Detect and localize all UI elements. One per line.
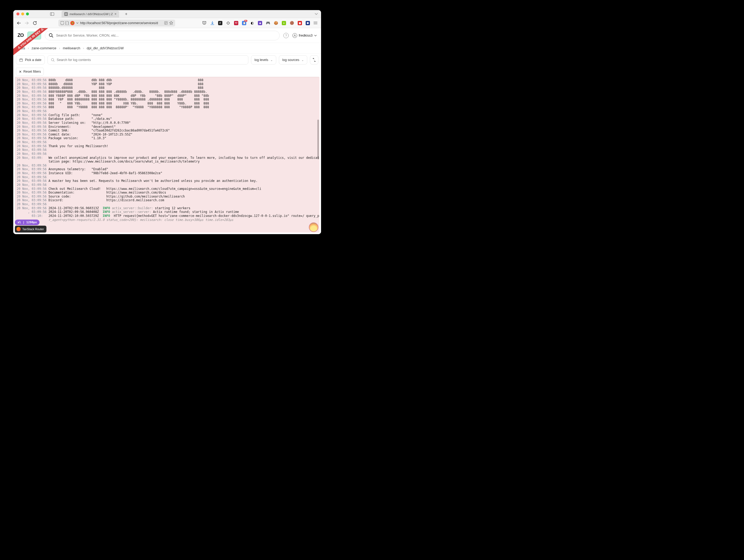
global-search-input[interactable]: [56, 33, 276, 37]
app-header: ZO te ? fredkiss3: [13, 28, 321, 43]
url-bar[interactable]: 🦁 http://localhost:5678/project/zane-com…: [59, 19, 175, 27]
tanstack-label: TanStack Router: [22, 228, 44, 231]
sidebar-toggle-icon[interactable]: [50, 12, 54, 16]
date-picker[interactable]: Pick a date: [16, 55, 45, 65]
breadcrumb-item[interactable]: meilisearch: [63, 46, 80, 50]
user-avatar-icon: [292, 33, 297, 38]
collapse-button[interactable]: [310, 55, 319, 65]
extension-icon-1[interactable]: F: [218, 21, 222, 25]
help-button[interactable]: ?: [284, 33, 289, 38]
log-sources-label: log sources: [282, 58, 299, 62]
extension-icon-9[interactable]: ⬢: [306, 21, 310, 25]
shield-icon: [61, 21, 64, 25]
reload-button[interactable]: [33, 21, 37, 25]
floating-action-button[interactable]: [309, 223, 319, 232]
back-button[interactable]: [17, 22, 21, 25]
maximize-window-button[interactable]: [26, 12, 29, 15]
chevron-down-icon[interactable]: [76, 22, 79, 24]
global-search[interactable]: [45, 31, 280, 40]
extension-icon-7[interactable]: 🟤: [290, 21, 294, 25]
forward-button[interactable]: [25, 22, 29, 25]
url-text: http://localhost:5678/project/zane-comme…: [80, 21, 163, 25]
svg-line-7: [52, 36, 53, 38]
breakpoint-badge[interactable]: xl | 1290px: [15, 219, 40, 225]
chevron-down-icon: [314, 35, 317, 36]
downloads-icon[interactable]: [210, 21, 214, 25]
collapse-icon: [312, 58, 316, 62]
filter-bar: Pick a date log levels ⌄ log sources ⌄: [13, 53, 321, 66]
tab-title: meilisearch / ddV3NdzocGW | Z: [70, 12, 113, 16]
tanstack-icon: [16, 227, 21, 231]
window-titlebar: zo meilisearch / ddV3NdzocGW | Z × +: [13, 10, 321, 18]
page-icon: [66, 21, 69, 25]
pocket-icon[interactable]: [202, 21, 207, 25]
close-icon: ✕: [19, 70, 22, 74]
date-picker-label: Pick a date: [25, 58, 41, 62]
log-levels-dropdown[interactable]: log levels ⌄: [251, 55, 276, 65]
bookmark-star-icon[interactable]: [169, 21, 173, 25]
chevron-down-icon: ⌄: [301, 58, 304, 62]
log-levels-label: log levels: [255, 58, 268, 62]
svg-point-6: [49, 34, 52, 37]
log-search-input[interactable]: [57, 58, 245, 62]
ublock-icon[interactable]: 🛡: [234, 21, 238, 25]
svg-rect-0: [50, 12, 54, 15]
extension-icon-2[interactable]: ◐: [250, 21, 254, 25]
close-window-button[interactable]: [16, 12, 20, 15]
username-label: fredkiss3: [299, 33, 312, 37]
svg-point-13: [51, 58, 53, 61]
scrollbar[interactable]: [317, 120, 319, 159]
new-tab-button[interactable]: +: [125, 12, 127, 16]
log-viewer[interactable]: 20 Nov, 03:09:56 888b d888 d8b 888 d8b 8…: [15, 77, 320, 233]
breadcrumb-item[interactable]: dpl_dkr_ddV3NdzocGW: [87, 46, 124, 50]
svg-point-8: [294, 35, 295, 36]
tabs-overflow-icon[interactable]: [315, 13, 318, 15]
browser-toolbar: 🦁 http://localhost:5678/project/zane-com…: [13, 18, 321, 28]
extension-icon-6[interactable]: ●: [282, 21, 286, 25]
tab-close-icon[interactable]: ×: [114, 12, 116, 16]
breadcrumb-item[interactable]: zane-commerce: [32, 46, 56, 50]
reset-filters-button[interactable]: ✕ Reset filters: [16, 68, 44, 76]
search-icon: [49, 33, 53, 38]
chevron-down-icon: ⌄: [270, 58, 273, 62]
log-sources-dropdown[interactable]: log sources ⌄: [279, 55, 307, 65]
minimize-window-button[interactable]: [21, 12, 24, 15]
breadcrumb-separator: ›: [59, 46, 60, 50]
search-icon: [51, 58, 55, 62]
extension-icon-8[interactable]: ▦: [298, 21, 302, 25]
extension-icon-badge[interactable]: 📋9+: [242, 21, 246, 25]
extensions-icon[interactable]: [226, 21, 230, 25]
svg-rect-9: [20, 59, 23, 62]
breadcrumb-separator: ›: [83, 46, 84, 50]
app-logo[interactable]: ZO: [17, 33, 24, 38]
calendar-icon: [20, 58, 23, 62]
svg-line-14: [53, 61, 54, 62]
breadcrumbs: jects › zane-commerce › meilisearch › dp…: [13, 43, 321, 53]
tanstack-devtools-button[interactable]: TanStack Router: [15, 226, 46, 233]
breadcrumb-separator: ›: [28, 46, 29, 50]
tab-favicon: zo: [64, 12, 68, 16]
brave-icon: 🦁: [70, 21, 75, 25]
extension-icon-5[interactable]: 🍪: [274, 21, 278, 25]
browser-tab[interactable]: zo meilisearch / ddV3NdzocGW | Z ×: [62, 11, 119, 17]
reset-filters-label: Reset filters: [23, 70, 41, 74]
log-search[interactable]: [47, 55, 248, 65]
reader-icon[interactable]: [164, 21, 168, 25]
extension-icon-3[interactable]: ◆: [258, 21, 262, 25]
menu-button[interactable]: [313, 22, 317, 25]
extension-icon-4[interactable]: 🎮: [266, 21, 270, 25]
user-menu[interactable]: fredkiss3: [292, 33, 317, 38]
